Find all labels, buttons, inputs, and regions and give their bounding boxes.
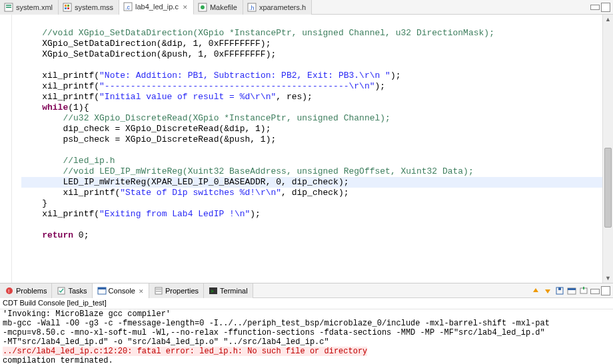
- console-output[interactable]: 'Invoking: MicroBlaze gcc compiler' mb-g…: [0, 309, 613, 364]
- svg-text:.h: .h: [249, 5, 255, 11]
- make-file-icon: [198, 3, 207, 12]
- properties-icon: [154, 286, 163, 295]
- svg-rect-2: [6, 7, 11, 8]
- open-console-icon[interactable]: [578, 285, 589, 296]
- code-line: XGpio_SetDataDirection(&dip, 1, 0xFFFFFF…: [42, 39, 271, 49]
- svg-rect-25: [558, 287, 561, 290]
- problems-icon: !: [5, 286, 14, 295]
- vertical-scrollbar[interactable]: ▲ ▼: [602, 15, 613, 283]
- svg-rect-27: [568, 288, 576, 290]
- console-icon: [97, 286, 107, 295]
- xml-file-icon: [4, 3, 13, 12]
- mss-file-icon: [63, 3, 72, 12]
- tab-label: system.mss: [75, 3, 113, 11]
- tab-console[interactable]: Console ✕: [93, 283, 149, 298]
- code-content[interactable]: //void XGpio_SetDataDirection(XGpio *Ins…: [12, 15, 602, 283]
- svg-text:!: !: [8, 288, 9, 294]
- svg-rect-20: [156, 289, 161, 289]
- tasks-icon: [57, 286, 66, 295]
- tab-properties[interactable]: Properties: [149, 283, 204, 298]
- minimize-view-icon[interactable]: [590, 289, 600, 294]
- maximize-view-icon[interactable]: [601, 286, 610, 295]
- code-editor[interactable]: //void XGpio_SetDataDirection(XGpio *Ins…: [0, 15, 613, 283]
- tab-label: Makefile: [210, 3, 237, 11]
- tab-xparameters-h[interactable]: .h xparameters.h: [243, 0, 312, 15]
- code-comment: //void XGpio_SetDataDirection(XGpio *Ins…: [42, 28, 494, 38]
- minimize-view-icon[interactable]: [590, 5, 600, 10]
- pin-console-icon[interactable]: [554, 285, 565, 296]
- svg-point-11: [201, 5, 205, 9]
- close-icon[interactable]: ✕: [139, 288, 144, 293]
- svg-text:>: >: [211, 288, 214, 294]
- tab-lab4-led-ip-c[interactable]: .c lab4_led_ip.c ✕: [119, 0, 194, 15]
- display-selected-console-icon[interactable]: [566, 285, 577, 296]
- tab-system-xml[interactable]: system.xml: [0, 0, 59, 15]
- tab-label: lab4_led_ip.c: [135, 3, 179, 11]
- svg-rect-29: [583, 287, 584, 289]
- editor-gutter: [0, 15, 12, 283]
- svg-text:.c: .c: [125, 4, 131, 11]
- svg-rect-1: [6, 5, 11, 6]
- console-title: CDT Build Console [led_ip_test]: [0, 298, 613, 309]
- svg-rect-4: [65, 5, 67, 7]
- scroll-thumb[interactable]: [604, 148, 612, 228]
- scroll-lock-up-icon[interactable]: [530, 285, 541, 296]
- terminal-icon: >: [209, 286, 218, 295]
- console-error-line: ../src/lab4_led_ip.c:12:20: fatal error:…: [3, 347, 367, 356]
- tab-problems[interactable]: ! Problems: [0, 283, 52, 298]
- tab-system-mss[interactable]: system.mss: [59, 0, 119, 15]
- tab-tasks[interactable]: Tasks: [52, 283, 92, 298]
- tab-terminal[interactable]: > Terminal: [204, 283, 253, 298]
- scroll-down-icon[interactable]: ▼: [604, 273, 612, 283]
- c-file-icon: .c: [123, 2, 133, 11]
- highlighted-line: LED_IP_mWriteReg(XPAR_LED_IP_0_BASEADDR,…: [21, 177, 602, 188]
- svg-rect-21: [156, 291, 161, 291]
- close-icon[interactable]: ✕: [183, 4, 188, 9]
- scroll-lock-down-icon[interactable]: [542, 285, 553, 296]
- maximize-view-icon[interactable]: [601, 3, 610, 12]
- svg-rect-5: [67, 5, 69, 7]
- svg-rect-6: [65, 7, 67, 9]
- tab-label: system.xml: [16, 3, 53, 11]
- tab-label: xparameters.h: [259, 3, 306, 11]
- h-file-icon: .h: [247, 3, 257, 12]
- bottom-tab-bar: ! Problems Tasks Console ✕ Properties > …: [0, 283, 613, 298]
- editor-tab-bar: system.xml system.mss .c lab4_led_ip.c ✕…: [0, 0, 613, 15]
- svg-rect-7: [67, 7, 69, 9]
- svg-rect-18: [98, 287, 106, 289]
- code-line: XGpio_SetDataDirection(&push, 1, 0xFFFFF…: [42, 49, 276, 59]
- tab-makefile[interactable]: Makefile: [194, 0, 243, 15]
- scroll-up-icon[interactable]: ▲: [604, 15, 612, 24]
